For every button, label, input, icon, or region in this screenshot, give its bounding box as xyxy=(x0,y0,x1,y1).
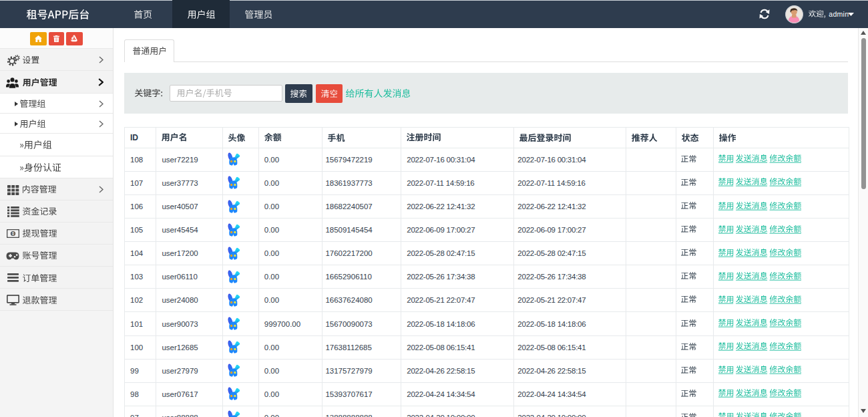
svg-text:0: 0 xyxy=(12,231,15,236)
